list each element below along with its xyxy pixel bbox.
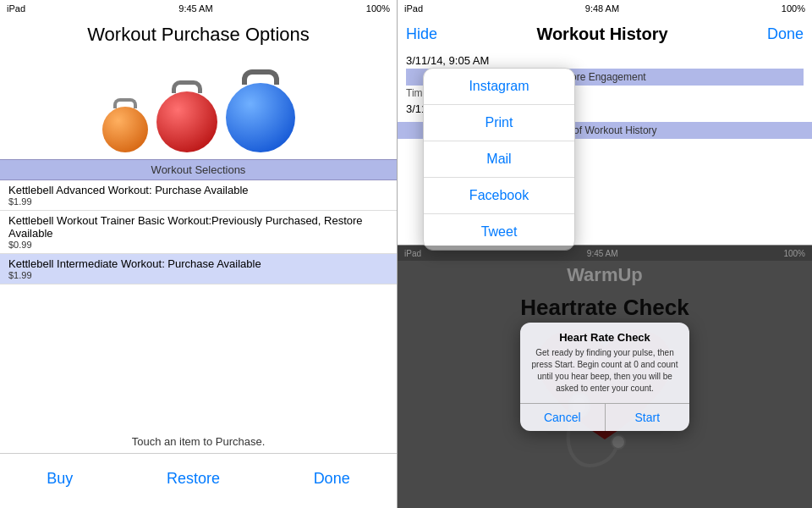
kettlebell-blue (226, 69, 295, 152)
kettlebell-images (0, 49, 397, 159)
workout-history-panel: iPad 9:48 AM 100% Hide Workout History D… (398, 0, 812, 246)
buy-button[interactable]: Buy (30, 467, 90, 491)
alert-overlay: Heart Rate Check Get ready by finding yo… (398, 246, 812, 508)
workout-section-header: Workout Selections (0, 159, 397, 180)
alert-buttons: Cancel Start (520, 403, 689, 431)
left-panel: iPad 9:45 AM 100% Workout Purchase Optio… (0, 0, 398, 508)
workout-item-title-2: Kettlebell Intermediate Workout: Purchas… (8, 257, 388, 270)
workout-item-2[interactable]: Kettlebell Intermediate Workout: Purchas… (0, 254, 397, 284)
hide-button[interactable]: Hide (406, 25, 437, 43)
tr-battery: 100% (782, 3, 805, 14)
bottom-buttons: Buy Restore Done (0, 453, 397, 508)
left-status-bar: iPad 9:45 AM 100% (0, 0, 397, 17)
workout-item-0[interactable]: Kettlebell Advanced Workout: Purchase Av… (0, 180, 397, 211)
tr-time: 9:48 AM (585, 3, 619, 14)
page-title: Workout Purchase Options (0, 17, 397, 49)
left-time: 9:45 AM (178, 3, 212, 14)
history-done-button[interactable]: Done (767, 25, 804, 43)
workout-item-title-0: Kettlebell Advanced Workout: Purchase Av… (8, 184, 388, 196)
tr-carrier: iPad (404, 3, 423, 14)
workout-item-1[interactable]: Kettlebell Workout Trainer Basic Workout… (0, 211, 397, 254)
alert-cancel-button[interactable]: Cancel (520, 404, 606, 431)
kettlebell-orange (102, 98, 148, 152)
restore-button[interactable]: Restore (150, 467, 237, 491)
workout-item-title-1: Kettlebell Workout Trainer Basic Workout… (8, 214, 388, 240)
share-print[interactable]: Print (424, 105, 574, 141)
share-instagram[interactable]: Instagram (424, 69, 574, 105)
kettlebell-red (156, 80, 217, 152)
history-title: Workout History (536, 25, 667, 44)
alert-start-button[interactable]: Start (606, 404, 690, 431)
workout-list: Kettlebell Advanced Workout: Purchase Av… (0, 180, 397, 430)
share-tweet[interactable]: Tweet (424, 214, 574, 250)
left-battery: 100% (366, 3, 390, 14)
share-facebook[interactable]: Facebook (424, 178, 574, 214)
kb-blue-body (226, 83, 295, 152)
history-item-title-0: 3/11/14, 9:05 AM (406, 54, 804, 67)
touch-hint: Touch an item to Purchase. (0, 430, 397, 453)
left-carrier: iPad (7, 3, 25, 14)
alert-title: Heart Rate Check (520, 323, 689, 347)
tr-status-bar: iPad 9:48 AM 100% (398, 0, 812, 17)
workout-item-price-0: $1.99 (8, 196, 388, 207)
share-mail[interactable]: Mail (424, 141, 574, 178)
alert-box: Heart Rate Check Get ready by finding yo… (520, 323, 689, 431)
workout-item-price-2: $1.99 (8, 270, 388, 280)
right-area: iPad 9:48 AM 100% Hide Workout History D… (398, 0, 812, 508)
kb-red-body (156, 91, 217, 152)
done-button[interactable]: Done (297, 467, 367, 491)
warmup-panel: iPad 9:45 AM 100% WarmUp Heartrate Check (398, 246, 812, 508)
tr-nav-bar: Hide Workout History Done (398, 17, 812, 51)
kb-orange-body (102, 107, 148, 152)
share-popup: Instagram Print Mail Facebook Tweet (423, 68, 575, 251)
workout-item-price-1: $0.99 (8, 240, 388, 250)
alert-body: Get ready by finding your pulse, then pr… (520, 347, 689, 403)
